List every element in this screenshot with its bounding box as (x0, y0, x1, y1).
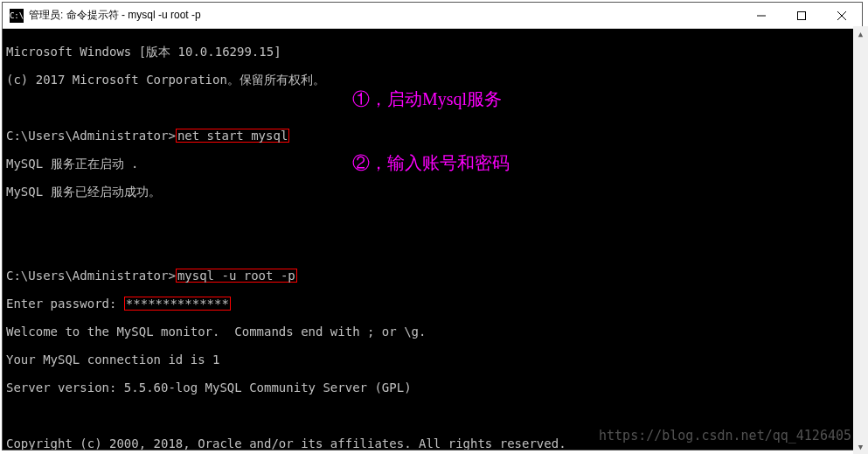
output-line (6, 241, 858, 255)
maximize-button[interactable] (781, 3, 822, 28)
cmd-icon: C:\ (10, 9, 24, 23)
terminal-area[interactable]: Microsoft Windows [版本 10.0.16299.15] (c)… (3, 29, 862, 450)
password-line: Enter password: ************** (6, 297, 858, 311)
cmd-window: C:\ 管理员: 命令提示符 - mysql -u root -p Micros… (2, 2, 863, 451)
output-line (6, 213, 858, 227)
window-controls (741, 3, 862, 28)
prompt-line: C:\Users\Administrator>net start mysql (6, 129, 858, 143)
prompt-line: C:\Users\Administrator>mysql -u root -p (6, 269, 858, 283)
output-line: Microsoft Windows [版本 10.0.16299.15] (6, 45, 858, 59)
output-line: (c) 2017 Microsoft Corporation。保留所有权利。 (6, 73, 858, 87)
scroll-up-icon[interactable]: ▲ (853, 26, 868, 41)
titlebar: C:\ 管理员: 命令提示符 - mysql -u root -p (3, 3, 862, 29)
scroll-down-icon[interactable]: ▼ (853, 439, 868, 454)
highlighted-command: net start mysql (176, 129, 289, 143)
highlighted-password: ************** (124, 297, 231, 311)
minimize-button[interactable] (741, 3, 781, 28)
watermark: https://blog.csdn.net/qq_4126405 (599, 429, 851, 443)
scroll-track[interactable] (853, 41, 868, 439)
output-line: Welcome to the MySQL monitor. Commands e… (6, 325, 858, 339)
annotation-2: ②，输入账号和密码 (352, 156, 510, 170)
highlighted-command: mysql -u root -p (176, 269, 297, 283)
scrollbar[interactable]: ▲ ▼ (853, 26, 868, 454)
annotation-1: ①，启动Mysql服务 (352, 92, 502, 106)
password-label: Enter password: (6, 297, 124, 311)
prompt-path: C:\Users\Administrator> (6, 129, 176, 143)
output-line (6, 409, 858, 423)
prompt-path: C:\Users\Administrator> (6, 269, 176, 283)
window-title: 管理员: 命令提示符 - mysql -u root -p (29, 8, 741, 23)
output-line: Your MySQL connection id is 1 (6, 353, 858, 367)
svg-rect-1 (798, 11, 806, 19)
output-line: Server version: 5.5.60-log MySQL Communi… (6, 381, 858, 395)
close-button[interactable] (822, 3, 862, 28)
output-line: MySQL 服务已经启动成功。 (6, 185, 858, 199)
